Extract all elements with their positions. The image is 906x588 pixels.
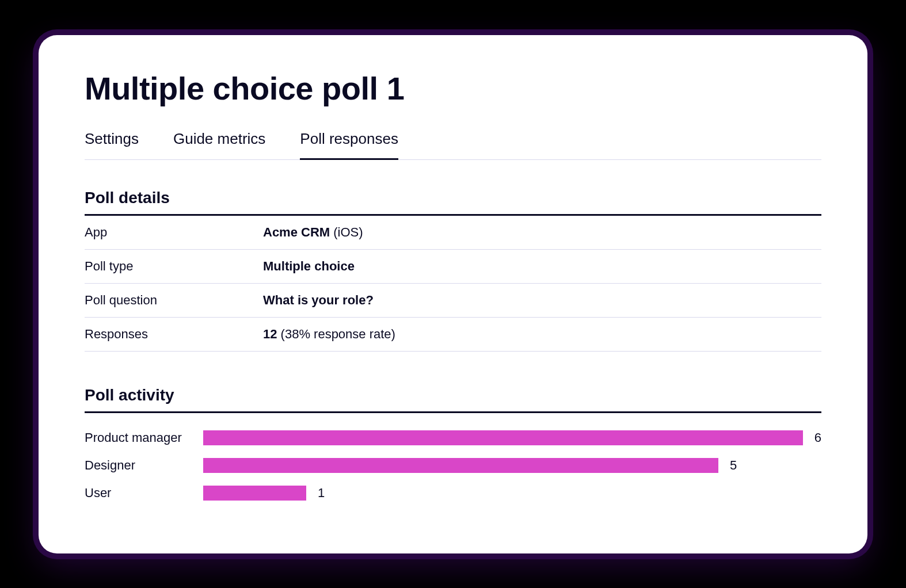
poll-activity-rows: Product manager6Designer5User1 <box>85 413 821 501</box>
detail-value-responses: 12 (38% response rate) <box>263 317 821 351</box>
poll-details-section: Poll details App Acme CRM (iOS) Poll typ… <box>85 189 821 352</box>
detail-label-responses: Responses <box>85 317 263 351</box>
activity-bar <box>203 458 718 473</box>
poll-details-table: App Acme CRM (iOS) Poll type Multiple ch… <box>85 216 821 352</box>
activity-row-label: Designer <box>85 458 203 473</box>
activity-row: User1 <box>85 486 821 501</box>
activity-bar-container: 6 <box>203 430 821 445</box>
activity-row-count: 6 <box>814 430 821 445</box>
activity-row-label: Product manager <box>85 430 203 445</box>
poll-details-title: Poll details <box>85 189 821 216</box>
activity-row: Designer5 <box>85 458 821 473</box>
activity-bar <box>203 430 803 445</box>
activity-bar <box>203 486 306 501</box>
detail-value-poll-question: What is your role? <box>263 283 821 317</box>
detail-row-app: App Acme CRM (iOS) <box>85 216 821 250</box>
detail-value-app: Acme CRM (iOS) <box>263 216 821 250</box>
detail-row-poll-type: Poll type Multiple choice <box>85 249 821 283</box>
tab-settings[interactable]: Settings <box>85 130 139 160</box>
poll-activity-section: Poll activity Product manager6Designer5U… <box>85 386 821 501</box>
activity-row: Product manager6 <box>85 430 821 445</box>
detail-label-poll-question: Poll question <box>85 283 263 317</box>
detail-label-poll-type: Poll type <box>85 249 263 283</box>
detail-row-poll-question: Poll question What is your role? <box>85 283 821 317</box>
page-title: Multiple choice poll 1 <box>85 70 821 107</box>
activity-bar-container: 1 <box>203 486 821 501</box>
detail-label-app: App <box>85 216 263 250</box>
activity-row-count: 1 <box>318 486 325 501</box>
poll-window: Multiple choice poll 1 Settings Guide me… <box>39 35 867 553</box>
activity-row-count: 5 <box>730 458 737 473</box>
detail-value-poll-type: Multiple choice <box>263 249 821 283</box>
tab-poll-responses[interactable]: Poll responses <box>300 130 398 160</box>
tab-guide-metrics[interactable]: Guide metrics <box>173 130 265 160</box>
activity-bar-container: 5 <box>203 458 821 473</box>
tabs: Settings Guide metrics Poll responses <box>85 130 821 160</box>
detail-row-responses: Responses 12 (38% response rate) <box>85 317 821 351</box>
poll-activity-title: Poll activity <box>85 386 821 413</box>
activity-row-label: User <box>85 486 203 501</box>
